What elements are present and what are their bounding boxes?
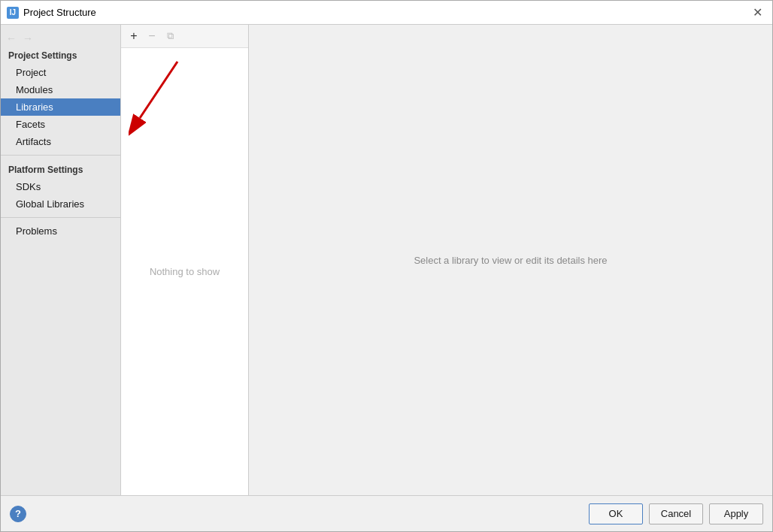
sidebar-item-facets[interactable]: Facets xyxy=(1,116,120,133)
ok-button[interactable]: OK xyxy=(589,503,643,524)
sidebar-item-artifacts[interactable]: Artifacts xyxy=(1,133,120,150)
apply-button[interactable]: Apply xyxy=(709,503,763,524)
detail-placeholder: Select a library to view or edit its det… xyxy=(414,255,607,266)
main-panel: + − ⧉ xyxy=(121,25,772,495)
dialog-title: Project Structure xyxy=(23,7,748,18)
bottom-bar: ? OK Cancel Apply xyxy=(1,495,772,531)
list-toolbar: + − ⧉ xyxy=(121,25,248,48)
help-button[interactable]: ? xyxy=(10,506,26,522)
app-icon: IJ xyxy=(7,7,19,19)
close-button[interactable]: ✕ xyxy=(748,4,766,22)
sidebar-item-global-libraries[interactable]: Global Libraries xyxy=(1,195,120,213)
cancel-button[interactable]: Cancel xyxy=(649,503,703,524)
sidebar-divider xyxy=(1,155,120,156)
svg-line-1 xyxy=(140,62,177,118)
nav-buttons: ← → xyxy=(1,31,120,46)
content-area: ← → Project Settings Project Modules Lib… xyxy=(1,25,772,495)
sidebar-item-sdks[interactable]: SDKs xyxy=(1,178,120,195)
title-bar: IJ Project Structure ✕ xyxy=(1,1,772,25)
sidebar-item-project[interactable]: Project xyxy=(1,64,120,81)
sidebar-item-libraries[interactable]: Libraries xyxy=(1,98,120,116)
project-settings-header: Project Settings xyxy=(1,46,120,64)
sidebar-divider-2 xyxy=(1,217,120,218)
add-button[interactable]: + xyxy=(126,28,142,44)
list-panel: + − ⧉ xyxy=(121,25,249,495)
remove-button[interactable]: − xyxy=(144,28,160,44)
copy-button[interactable]: ⧉ xyxy=(162,28,178,44)
forward-button[interactable]: → xyxy=(20,31,35,46)
list-empty-text: Nothing to show xyxy=(150,266,220,277)
red-arrow-annotation xyxy=(129,54,189,137)
project-structure-dialog: IJ Project Structure ✕ ← → Project Setti… xyxy=(0,0,773,532)
platform-settings-header: Platform Settings xyxy=(1,160,120,178)
bottom-bar-left: ? xyxy=(10,506,26,522)
back-button[interactable]: ← xyxy=(4,31,19,46)
sidebar: ← → Project Settings Project Modules Lib… xyxy=(1,25,121,495)
sidebar-item-problems[interactable]: Problems xyxy=(1,222,120,240)
sidebar-item-modules[interactable]: Modules xyxy=(1,81,120,98)
list-content: Nothing to show xyxy=(121,48,248,495)
detail-panel: Select a library to view or edit its det… xyxy=(249,25,772,495)
